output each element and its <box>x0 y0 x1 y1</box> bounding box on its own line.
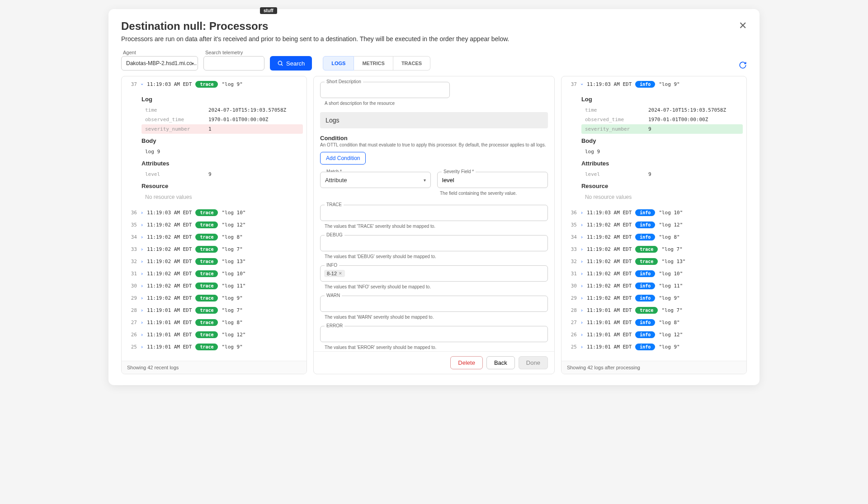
log-kv: time2024-07-10T15:19:03.57058Z <box>581 105 743 115</box>
log-msg: "log 12" <box>659 222 683 228</box>
chevron-right-icon[interactable]: › <box>580 283 583 288</box>
level-input-warn[interactable] <box>320 296 548 312</box>
log-kv: severity_number1 <box>142 124 303 134</box>
chevron-down-icon[interactable]: › <box>579 83 584 85</box>
add-condition-button[interactable]: Add Condition <box>320 152 366 165</box>
log-row[interactable]: 32 › 11:19:02 AM EDT trace "log 13" <box>127 255 303 268</box>
log-row[interactable]: 32 › 11:19:02 AM EDT trace "log 13" <box>567 255 743 268</box>
chevron-right-icon[interactable]: › <box>141 296 143 301</box>
log-time: 11:19:03 AM EDT <box>147 81 192 87</box>
severity-badge: trace <box>195 331 218 338</box>
chevron-right-icon[interactable]: › <box>141 210 143 215</box>
log-row[interactable]: 29 › 11:19:02 AM EDT trace "log 9" <box>127 292 303 304</box>
severity-field-input[interactable] <box>437 172 548 188</box>
chevron-right-icon[interactable]: › <box>141 271 143 276</box>
log-row[interactable]: 36 › 11:19:03 AM EDT info "log 10" <box>567 207 743 219</box>
log-row[interactable]: 36 › 11:19:03 AM EDT trace "log 10" <box>127 207 303 219</box>
chevron-right-icon[interactable]: › <box>141 332 143 337</box>
chevron-right-icon[interactable]: › <box>141 320 143 325</box>
chevron-right-icon[interactable]: › <box>580 320 583 325</box>
log-row[interactable]: 31 › 11:19:02 AM EDT trace "log 10" <box>127 268 303 280</box>
delete-button[interactable]: Delete <box>450 356 483 369</box>
log-row[interactable]: 28 › 11:19:01 AM EDT trace "log 7" <box>127 304 303 316</box>
level-input-trace[interactable] <box>320 205 548 221</box>
log-time: 11:19:01 AM EDT <box>587 344 632 350</box>
log-idx: 35 <box>567 222 577 228</box>
log-row[interactable]: 26 › 11:19:01 AM EDT info "log 12" <box>567 329 743 341</box>
match-select[interactable]: Attribute <box>320 172 431 188</box>
log-idx: 27 <box>567 320 577 325</box>
agent-label: Agent <box>121 50 198 55</box>
log-idx: 37 <box>127 81 137 87</box>
body-value: log 9 <box>142 147 303 156</box>
log-idx: 30 <box>127 283 137 289</box>
log-row[interactable]: 27 › 11:19:01 AM EDT trace "log 8" <box>127 316 303 329</box>
agent-select[interactable]: Dakotas-MBP-2.hsd1.mi.co... <box>121 56 198 71</box>
chevron-right-icon[interactable]: › <box>580 271 583 276</box>
severity-badge: info <box>635 295 655 301</box>
log-row[interactable]: 30 › 11:19:02 AM EDT info "log 11" <box>567 280 743 292</box>
level-chip[interactable]: 8-12✕ <box>324 270 345 277</box>
chevron-right-icon[interactable]: › <box>580 296 583 301</box>
level-input-info[interactable]: 8-12✕ <box>320 265 548 282</box>
log-kv: time2024-07-10T15:19:03.57058Z <box>142 105 303 115</box>
back-button[interactable]: Back <box>486 356 515 369</box>
severity-help: The field containing the severity value. <box>440 191 548 196</box>
log-row[interactable]: 28 › 11:19:01 AM EDT trace "log 7" <box>567 304 743 316</box>
severity-badge: trace <box>195 81 218 88</box>
chevron-right-icon[interactable]: › <box>141 344 143 349</box>
close-button[interactable]: ✕ <box>739 20 747 32</box>
chevron-right-icon[interactable]: › <box>141 222 143 227</box>
chevron-right-icon[interactable]: › <box>580 308 583 313</box>
level-help-error: The values that 'ERROR' severity should … <box>325 345 548 350</box>
chevron-right-icon[interactable]: › <box>141 247 143 252</box>
tab-traces[interactable]: TRACES <box>393 56 430 71</box>
chevron-right-icon[interactable]: › <box>580 235 583 240</box>
body-value: log 9 <box>581 147 743 156</box>
tab-metrics[interactable]: METRICS <box>354 56 393 71</box>
log-idx: 25 <box>127 344 137 350</box>
log-row[interactable]: 27 › 11:19:01 AM EDT info "log 8" <box>567 316 743 329</box>
refresh-button[interactable] <box>739 61 747 71</box>
log-row[interactable]: 25 › 11:19:01 AM EDT trace "log 9" <box>127 341 303 353</box>
log-row[interactable]: 29 › 11:19:02 AM EDT info "log 9" <box>567 292 743 304</box>
log-row-expanded[interactable]: 37 › 11:19:03 AM EDT trace "log 9" <box>127 78 303 90</box>
chevron-right-icon[interactable]: › <box>580 210 583 215</box>
done-button: Done <box>519 356 548 369</box>
log-msg: "log 10" <box>659 271 683 277</box>
attr-section-header: Attributes <box>142 160 303 167</box>
tab-logs[interactable]: LOGS <box>323 56 354 71</box>
log-row[interactable]: 34 › 11:19:02 AM EDT info "log 8" <box>567 231 743 243</box>
log-row[interactable]: 33 › 11:19:02 AM EDT trace "log 7" <box>127 243 303 255</box>
log-row[interactable]: 26 › 11:19:01 AM EDT trace "log 12" <box>127 329 303 341</box>
chevron-right-icon[interactable]: › <box>580 332 583 337</box>
chevron-right-icon[interactable]: › <box>580 344 583 349</box>
log-msg: "log 9" <box>659 81 679 87</box>
log-row-expanded[interactable]: 37 › 11:19:03 AM EDT info "log 9" <box>567 78 743 90</box>
chevron-right-icon[interactable]: › <box>141 235 143 240</box>
log-row[interactable]: 30 › 11:19:02 AM EDT trace "log 11" <box>127 280 303 292</box>
log-row[interactable]: 33 › 11:19:02 AM EDT trace "log 7" <box>567 243 743 255</box>
chevron-right-icon[interactable]: › <box>141 283 143 288</box>
chevron-right-icon[interactable]: › <box>580 222 583 227</box>
chevron-right-icon[interactable]: › <box>580 259 583 264</box>
log-row[interactable]: 35 › 11:19:02 AM EDT info "log 12" <box>567 219 743 231</box>
search-button[interactable]: Search <box>270 56 312 71</box>
log-row[interactable]: 35 › 11:19:02 AM EDT trace "log 12" <box>127 219 303 231</box>
log-row[interactable]: 34 › 11:19:02 AM EDT trace "log 8" <box>127 231 303 243</box>
input-logs-panel: 37 › 11:19:03 AM EDT trace "log 9" Logti… <box>121 76 307 374</box>
severity-badge: trace <box>195 295 218 301</box>
log-time: 11:19:01 AM EDT <box>587 307 632 313</box>
log-row[interactable]: 31 › 11:19:02 AM EDT info "log 10" <box>567 268 743 280</box>
short-desc-input[interactable] <box>320 82 450 98</box>
chevron-right-icon[interactable]: › <box>580 247 583 252</box>
search-input[interactable] <box>203 56 264 71</box>
level-input-error[interactable] <box>320 326 548 342</box>
chevron-down-icon[interactable]: › <box>140 83 145 85</box>
level-input-debug[interactable] <box>320 235 548 251</box>
chevron-right-icon[interactable]: › <box>141 259 143 264</box>
log-time: 11:19:01 AM EDT <box>147 320 192 325</box>
chevron-right-icon[interactable]: › <box>141 308 143 313</box>
log-row[interactable]: 25 › 11:19:01 AM EDT info "log 9" <box>567 341 743 353</box>
chip-remove-icon[interactable]: ✕ <box>339 271 342 276</box>
